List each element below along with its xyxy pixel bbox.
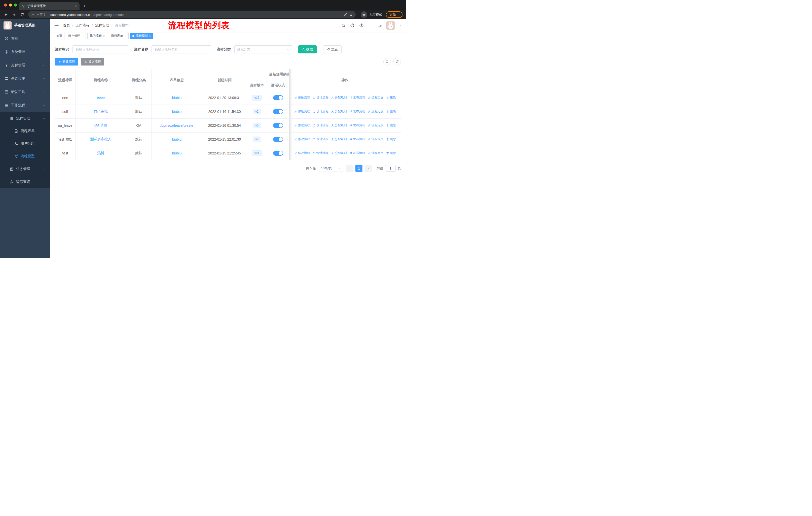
close-icon[interactable] — [103, 35, 105, 37]
forward-button[interactable] — [10, 11, 18, 18]
password-key-icon[interactable] — [344, 13, 347, 17]
op-design-process-link[interactable]: 设计流程 — [313, 109, 328, 114]
process-name-link[interactable]: 自己审批 — [94, 109, 108, 113]
active-toggle[interactable] — [273, 109, 283, 114]
process-name-link[interactable]: eeee — [97, 96, 105, 100]
breadcrumb-process-management[interactable]: 流程管理 — [90, 23, 109, 28]
sidebar-item-devtools[interactable]: 研发工具 — [0, 85, 50, 99]
sidebar-item-task-management[interactable]: 任务管理 — [0, 163, 50, 175]
form-info-link[interactable]: biubiu — [172, 151, 181, 155]
op-assign-rule-link[interactable]: 分配规则 — [331, 96, 347, 100]
user-avatar[interactable] — [386, 21, 395, 30]
kebab-menu-icon[interactable] — [397, 12, 401, 17]
op-modify-process-link[interactable]: 修改流程 — [294, 96, 310, 100]
goto-page-input[interactable] — [385, 165, 396, 171]
search-button[interactable]: 搜索 — [298, 45, 317, 53]
op-assign-rule-link[interactable]: 分配规则 — [331, 123, 347, 128]
next-page-button[interactable] — [365, 165, 372, 172]
form-info-link[interactable]: biubiu — [172, 96, 181, 100]
process-name-link[interactable]: 滔博 — [97, 151, 105, 155]
tag-my-process[interactable]: 我的流程 — [87, 33, 107, 39]
maximize-window-button[interactable] — [14, 3, 17, 6]
active-toggle[interactable] — [273, 151, 283, 156]
page-size-select[interactable]: 10条/页 — [319, 165, 343, 172]
reset-button[interactable]: 重置 — [323, 45, 342, 53]
op-process-definition-link[interactable]: 流程定义 — [368, 109, 384, 114]
op-process-definition-link[interactable]: 流程定义 — [368, 151, 384, 155]
version-badge[interactable]: v17 — [252, 95, 262, 101]
op-publish-process-link[interactable]: 发布流程 — [349, 151, 365, 155]
form-info-link[interactable]: /bpm/oa/leave/create — [160, 124, 193, 128]
op-assign-rule-link[interactable]: 分配规则 — [331, 109, 347, 114]
sidebar-item-leave-query[interactable]: 请假查询 — [0, 175, 50, 188]
avatar-caret-down-icon[interactable] — [400, 24, 402, 27]
chrome-update-button[interactable]: 更新 — [386, 11, 403, 18]
close-icon[interactable] — [82, 35, 84, 37]
active-toggle[interactable] — [273, 95, 283, 100]
op-design-process-link[interactable]: 设计流程 — [313, 137, 328, 141]
process-name-link[interactable]: OA 请假 — [94, 123, 107, 127]
github-link[interactable] — [350, 23, 355, 28]
op-modify-process-link[interactable]: 修改流程 — [294, 123, 310, 128]
op-delete-link[interactable]: 删除 — [386, 137, 396, 141]
op-design-process-link[interactable]: 设计流程 — [313, 123, 328, 128]
process-name-input[interactable] — [151, 45, 211, 53]
breadcrumb-workflow[interactable]: 工作流程 — [70, 23, 90, 28]
docs-help-button[interactable] — [359, 23, 364, 28]
prev-page-button[interactable] — [346, 165, 353, 172]
close-icon[interactable] — [149, 35, 151, 37]
op-publish-process-link[interactable]: 发布流程 — [349, 123, 365, 128]
op-publish-process-link[interactable]: 发布流程 — [349, 137, 365, 141]
version-badge[interactable]: v21 — [252, 151, 262, 156]
minimize-window-button[interactable] — [9, 3, 12, 6]
page-1-button[interactable]: 1 — [355, 165, 362, 172]
sidebar-item-user-group[interactable]: 用户分组 — [0, 137, 50, 150]
version-badge[interactable]: v2 — [253, 109, 261, 114]
header-search-button[interactable] — [341, 23, 346, 28]
form-info-link[interactable]: biubiu — [172, 137, 181, 141]
tag-process-model[interactable]: 流程模型 — [130, 33, 153, 39]
app-logo[interactable]: 芋道管理系统 — [0, 19, 50, 32]
op-modify-process-link[interactable]: 修改流程 — [294, 109, 310, 114]
op-modify-process-link[interactable]: 修改流程 — [294, 137, 310, 141]
op-assign-rule-link[interactable]: 分配规则 — [331, 137, 347, 141]
sidebar-item-process-management[interactable]: 流程管理 — [0, 112, 50, 125]
op-publish-process-link[interactable]: 发布流程 — [349, 96, 365, 100]
incognito-avatar[interactable] — [361, 11, 367, 18]
tab-close-icon[interactable] — [75, 5, 77, 7]
create-process-button[interactable]: 新建流程 — [55, 58, 78, 65]
op-design-process-link[interactable]: 设计流程 — [313, 151, 328, 155]
op-process-definition-link[interactable]: 流程定义 — [368, 137, 384, 141]
op-delete-link[interactable]: 删除 — [386, 96, 396, 100]
address-bar[interactable]: 不安全 dashboard.yudao.iocoder.cn/bpm/manag… — [28, 11, 356, 18]
sidebar-item-workflow[interactable]: 工作流程 — [0, 99, 50, 112]
op-delete-link[interactable]: 删除 — [386, 109, 396, 114]
op-publish-process-link[interactable]: 发布流程 — [349, 109, 365, 114]
security-indicator[interactable]: 不安全 — [31, 12, 46, 17]
process-id-input[interactable] — [72, 45, 128, 53]
tag-home[interactable]: 首页 — [54, 33, 64, 39]
op-design-process-link[interactable]: 设计流程 — [313, 96, 328, 100]
fullscreen-button[interactable] — [368, 23, 373, 28]
sidebar-item-process-model[interactable]: 流程模型 — [0, 150, 50, 163]
sidebar-item-payment[interactable]: 支付管理 — [0, 58, 50, 72]
op-assign-rule-link[interactable]: 分配规则 — [331, 151, 347, 155]
browser-tab[interactable]: 芋道管理系统 — [19, 2, 80, 10]
active-toggle[interactable] — [273, 123, 283, 128]
op-delete-link[interactable]: 删除 — [386, 151, 396, 155]
op-process-definition-link[interactable]: 流程定义 — [368, 123, 384, 128]
op-modify-process-link[interactable]: 修改流程 — [294, 151, 310, 155]
font-size-button[interactable] — [377, 23, 382, 28]
sidebar-item-infra[interactable]: 基础设施 — [0, 72, 50, 85]
new-tab-button[interactable] — [81, 2, 88, 9]
close-window-button[interactable] — [4, 3, 7, 6]
tag-tenant[interactable]: 租户管理 — [66, 33, 86, 39]
breadcrumb-home[interactable]: 首页 — [63, 23, 70, 28]
op-process-definition-link[interactable]: 流程定义 — [368, 96, 384, 100]
refresh-table-button[interactable] — [394, 58, 401, 65]
back-button[interactable] — [2, 11, 9, 18]
tag-process-form[interactable]: 流程表单 — [109, 33, 128, 39]
sidebar-item-home[interactable]: 首页 — [0, 32, 50, 45]
sidebar-item-process-form[interactable]: 流程表单 — [0, 125, 50, 137]
version-badge[interactable]: v4 — [253, 137, 261, 142]
